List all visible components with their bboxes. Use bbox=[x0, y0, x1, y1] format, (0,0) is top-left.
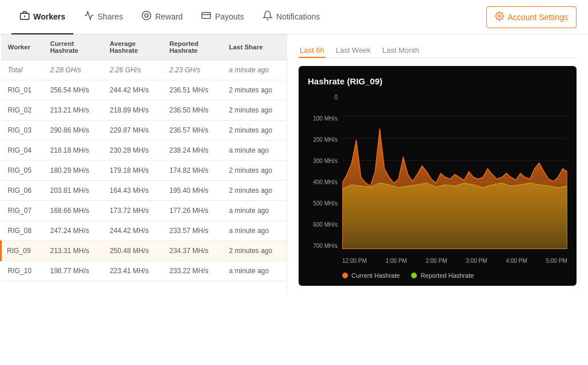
hashrate-chart bbox=[342, 94, 567, 249]
cell-current: 180.29 MH/s bbox=[43, 161, 103, 181]
nav-reward-label: Reward bbox=[155, 12, 183, 21]
cell-reported: 238.24 MH/s bbox=[163, 141, 222, 161]
nav-payouts[interactable]: Payouts bbox=[193, 0, 252, 34]
cell-current: 218.18 MH/s bbox=[43, 141, 103, 161]
table-row[interactable]: RIG_05 180.29 MH/s 179.18 MH/s 174.82 MH… bbox=[1, 161, 287, 181]
y-label-2: 500 MH/s bbox=[308, 200, 338, 207]
main-content: Worker CurrentHashrate AverageHashrate R… bbox=[0, 34, 588, 295]
workers-icon bbox=[20, 10, 30, 23]
table-row[interactable]: RIG_08 247.24 MH/s 244.42 MH/s 233.57 MH… bbox=[1, 221, 287, 241]
cell-reported: 2.23 GH/s bbox=[163, 60, 222, 80]
table-header-row: Worker CurrentHashrate AverageHashrate R… bbox=[1, 34, 287, 60]
workers-table-section: Worker CurrentHashrate AverageHashrate R… bbox=[0, 34, 287, 295]
cell-worker: RIG_05 bbox=[1, 161, 44, 181]
y-label-7: 0 bbox=[308, 94, 338, 100]
cell-reported: 234.37 MH/s bbox=[163, 241, 222, 261]
chart-area: 700 MH/s 600 MH/s 500 MH/s 400 MH/s 300 … bbox=[308, 94, 567, 266]
y-label-1: 600 MH/s bbox=[308, 222, 338, 228]
chart-container: Hashrate (RIG_09) 700 MH/s 600 MH/s 500 … bbox=[299, 66, 577, 286]
payouts-icon bbox=[201, 10, 211, 23]
legend-reported-dot bbox=[411, 273, 417, 278]
table-row[interactable]: RIG_04 218.18 MH/s 230.28 MH/s 238.24 MH… bbox=[1, 141, 287, 161]
nav-notifications[interactable]: Notifications bbox=[254, 0, 328, 34]
y-label-3: 400 MH/s bbox=[308, 179, 338, 185]
shares-icon bbox=[84, 10, 94, 23]
cell-reported: 195.40 MH/s bbox=[163, 181, 222, 201]
y-label-6: 100 MH/s bbox=[308, 115, 338, 122]
table-row[interactable]: Total 2.28 GH/s 2.26 GH/s 2.23 GH/s a mi… bbox=[1, 60, 287, 80]
nav-account-settings[interactable]: Account Settings bbox=[486, 6, 577, 28]
nav-payouts-label: Payouts bbox=[215, 12, 244, 21]
cell-current: 168.66 MH/s bbox=[43, 201, 103, 221]
cell-average: 244.42 MH/s bbox=[103, 80, 163, 100]
cell-last-share: 2 minutes ago bbox=[222, 161, 287, 181]
table-row[interactable]: RIG_01 256.54 MH/s 244.42 MH/s 236.51 MH… bbox=[1, 80, 287, 100]
y-label-4: 300 MH/s bbox=[308, 158, 338, 164]
cell-reported: 236.50 MH/s bbox=[163, 100, 222, 121]
account-settings-icon bbox=[495, 11, 504, 23]
col-header-average-hashrate: AverageHashrate bbox=[103, 34, 163, 60]
table-row[interactable]: RIG_09 213.31 MH/s 250.48 MH/s 234.37 MH… bbox=[1, 241, 287, 261]
col-header-last-share: Last Share bbox=[222, 34, 287, 60]
x-label-3: 3:00 PM bbox=[466, 258, 487, 264]
chart-svg-container bbox=[342, 94, 567, 249]
chart-legend: Current Hashrate Reported Hashrate bbox=[308, 272, 567, 279]
cell-reported: 233.57 MH/s bbox=[163, 221, 222, 241]
legend-current-dot bbox=[342, 273, 348, 278]
cell-worker: RIG_03 bbox=[1, 121, 44, 141]
current-hashrate-area bbox=[342, 129, 567, 249]
table-row[interactable]: RIG_02 213.21 MH/s 218.89 MH/s 236.50 MH… bbox=[1, 100, 287, 121]
cell-reported: 236.51 MH/s bbox=[163, 80, 222, 100]
x-label-2: 2:00 PM bbox=[425, 258, 447, 264]
cell-average: 250.48 MH/s bbox=[103, 241, 163, 261]
cell-reported: 233.22 MH/s bbox=[163, 261, 222, 281]
cell-worker: RIG_02 bbox=[1, 100, 44, 121]
x-label-5: 5:00 PM bbox=[546, 258, 567, 264]
x-label-4: 4:00 PM bbox=[506, 258, 527, 264]
nav-shares[interactable]: Shares bbox=[76, 0, 131, 34]
chart-section: Last 6h Last Week Last Month Hashrate (R… bbox=[287, 34, 588, 295]
tab-last-6h[interactable]: Last 6h bbox=[299, 44, 326, 58]
table-row[interactable]: RIG_06 203.81 MH/s 164.43 MH/s 195.40 MH… bbox=[1, 181, 287, 201]
svg-point-3 bbox=[145, 14, 148, 17]
cell-current: 198.77 MH/s bbox=[43, 261, 103, 281]
nav-shares-label: Shares bbox=[98, 12, 123, 21]
table-row[interactable]: RIG_07 168.66 MH/s 173.72 MH/s 177.26 MH… bbox=[1, 201, 287, 221]
col-header-current-hashrate: CurrentHashrate bbox=[43, 34, 103, 60]
nav-reward[interactable]: Reward bbox=[133, 0, 191, 34]
legend-reported-hashrate: Reported Hashrate bbox=[411, 272, 474, 279]
cell-reported: 177.26 MH/s bbox=[163, 201, 222, 221]
legend-reported-label: Reported Hashrate bbox=[420, 272, 474, 279]
table-row[interactable]: RIG_03 290.86 MH/s 229.87 MH/s 236.57 MH… bbox=[1, 121, 287, 141]
cell-worker: RIG_01 bbox=[1, 80, 44, 100]
nav-workers-label: Workers bbox=[33, 12, 65, 21]
cell-last-share: 2 minutes ago bbox=[222, 100, 287, 121]
cell-worker: RIG_04 bbox=[1, 141, 44, 161]
reward-icon bbox=[141, 10, 152, 23]
account-settings-label: Account Settings bbox=[508, 13, 568, 22]
cell-average: 244.42 MH/s bbox=[103, 221, 163, 241]
y-label-0: 700 MH/s bbox=[308, 243, 338, 249]
x-label-0: 12:00 PM bbox=[342, 258, 367, 264]
svg-point-2 bbox=[142, 11, 151, 20]
cell-worker: RIG_06 bbox=[1, 181, 44, 201]
cell-reported: 236.57 MH/s bbox=[163, 121, 222, 141]
svg-rect-4 bbox=[202, 12, 211, 18]
tab-last-week[interactable]: Last Week bbox=[335, 44, 372, 58]
cell-last-share: a minute ago bbox=[222, 141, 287, 161]
cell-current: 247.24 MH/s bbox=[43, 221, 103, 241]
cell-average: 230.28 MH/s bbox=[103, 141, 163, 161]
cell-current: 2.28 GH/s bbox=[43, 60, 103, 80]
cell-worker: RIG_10 bbox=[1, 261, 44, 281]
cell-last-share: 2 minutes ago bbox=[222, 241, 287, 261]
chart-title: Hashrate (RIG_09) bbox=[308, 76, 567, 86]
time-tabs: Last 6h Last Week Last Month bbox=[299, 44, 577, 58]
nav-workers[interactable]: Workers bbox=[11, 0, 74, 34]
tab-last-month[interactable]: Last Month bbox=[381, 44, 420, 58]
legend-current-label: Current Hashrate bbox=[351, 272, 400, 279]
y-label-5: 200 MH/s bbox=[308, 137, 338, 143]
legend-current-hashrate: Current Hashrate bbox=[342, 272, 400, 279]
table-row[interactable]: RIG_10 198.77 MH/s 223.41 MH/s 233.22 MH… bbox=[1, 261, 287, 281]
cell-average: 173.72 MH/s bbox=[103, 201, 163, 221]
nav-notifications-label: Notifications bbox=[276, 12, 320, 21]
